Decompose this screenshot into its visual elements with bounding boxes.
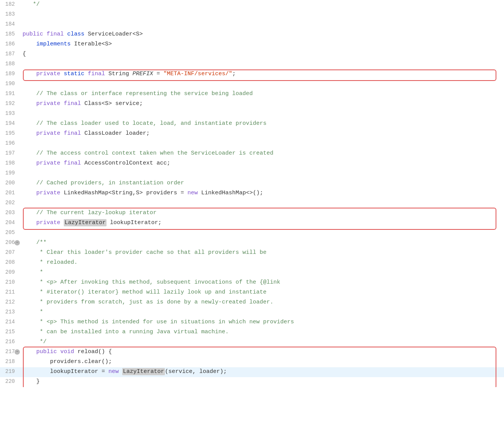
code-line: 210 * <p> After invoking this method, su… <box>0 278 504 288</box>
code-line: 183 <box>0 10 504 20</box>
line-number: 208 <box>0 258 21 266</box>
code-line: 182 */ <box>0 0 504 10</box>
line-content: * <box>21 308 504 317</box>
line-number: 182 <box>0 0 21 8</box>
line-number: 196 <box>0 139 21 147</box>
code-line: 194 // The class loader used to locate, … <box>0 119 504 129</box>
line-number: 204 <box>0 218 21 227</box>
line-content: * Clear this loader's provider cache so … <box>21 248 504 257</box>
line-content: * reloaded. <box>21 258 504 267</box>
code-line: 190 <box>0 79 504 89</box>
line-content: // Cached providers, in instantiation or… <box>21 179 504 188</box>
line-number: 203 <box>0 208 21 217</box>
code-line: 184 <box>0 20 504 30</box>
code-line: 196 <box>0 139 504 149</box>
code-line: 188 <box>0 60 504 69</box>
line-content <box>21 79 504 89</box>
code-line: 185public final class ServiceLoader<S> <box>0 30 504 40</box>
code-line: 197 // The access control context taken … <box>0 149 504 159</box>
line-number: 199 <box>0 169 21 177</box>
line-content: } <box>21 377 504 386</box>
line-content <box>21 169 504 178</box>
line-number: 190 <box>0 79 21 88</box>
line-number: 193 <box>0 109 21 118</box>
code-line: 204 private LazyIterator lookupIterator; <box>0 218 504 228</box>
line-content <box>21 228 504 237</box>
line-content: { <box>21 50 504 59</box>
line-number: 215 <box>0 328 21 336</box>
line-number: 212 <box>0 298 21 306</box>
code-line: 200 // Cached providers, in instantiatio… <box>0 179 504 189</box>
line-content: private final Class<S> service; <box>21 99 504 108</box>
line-content: private final ClassLoader loader; <box>21 129 504 138</box>
line-content: // The access control context taken when… <box>21 149 504 158</box>
code-line: 218 providers.clear(); <box>0 357 504 367</box>
line-content: * <p> After invoking this method, subseq… <box>21 278 504 287</box>
code-line: 186 implements Iterable<S> <box>0 40 504 50</box>
line-content: public final class ServiceLoader<S> <box>21 30 504 39</box>
line-content: */ <box>21 0 504 9</box>
line-number: 194 <box>0 119 21 128</box>
line-content: public void reload() { <box>21 347 504 357</box>
code-line: 220 } <box>0 377 504 387</box>
fold-icon[interactable]: − <box>15 240 20 245</box>
code-line: 207 * Clear this loader's provider cache… <box>0 248 504 258</box>
code-line: 203 // The current lazy-lookup iterator <box>0 208 504 218</box>
line-content: * #iterator() iterator} method will lazi… <box>21 288 504 297</box>
line-number: 213 <box>0 308 21 316</box>
line-number: 210 <box>0 278 21 286</box>
code-line: 193 <box>0 109 504 119</box>
code-line: −206 /** <box>0 238 504 248</box>
line-content: private LinkedHashMap<String,S> provider… <box>21 189 504 198</box>
line-content <box>21 60 504 69</box>
code-line: 202 <box>0 199 504 208</box>
line-content: lookupIterator = new LazyIterator(servic… <box>21 367 504 376</box>
code-line: 195 private final ClassLoader loader; <box>0 129 504 139</box>
line-number: 197 <box>0 149 21 157</box>
code-line: 219 lookupIterator = new LazyIterator(se… <box>0 367 504 377</box>
line-content: * can be installed into a running Java v… <box>21 328 504 337</box>
line-number: 205 <box>0 228 21 237</box>
code-line: 211 * #iterator() iterator} method will … <box>0 288 504 298</box>
line-number: 216 <box>0 337 21 346</box>
code-container: 182 */183 184 185public final class Serv… <box>0 0 504 387</box>
line-content <box>21 20 504 29</box>
line-content: * <box>21 268 504 277</box>
line-number: 207 <box>0 248 21 257</box>
line-number: 220 <box>0 377 21 386</box>
code-line: 208 * reloaded. <box>0 258 504 268</box>
line-content: * providers from scratch, just as is don… <box>21 298 504 307</box>
line-number: 184 <box>0 20 21 28</box>
line-number: 219 <box>0 367 21 376</box>
line-content: private LazyIterator lookupIterator; <box>21 218 504 228</box>
code-line: −217 public void reload() { <box>0 347 504 357</box>
line-content: * <p> This method is intended for use in… <box>21 318 504 327</box>
line-content <box>21 199 504 208</box>
code-line: 187{ <box>0 50 504 60</box>
line-number: 201 <box>0 189 21 197</box>
line-number: 188 <box>0 60 21 68</box>
line-content <box>21 109 504 118</box>
line-number: 202 <box>0 199 21 207</box>
line-content: /** <box>21 238 504 247</box>
line-number: 200 <box>0 179 21 187</box>
code-line: 215 * can be installed into a running Ja… <box>0 328 504 337</box>
code-line: 201 private LinkedHashMap<String,S> prov… <box>0 189 504 199</box>
line-content <box>21 139 504 148</box>
line-number: 183 <box>0 10 21 18</box>
code-line: 198 private final AccessControlContext a… <box>0 159 504 169</box>
line-content: implements Iterable<S> <box>21 40 504 49</box>
line-content: private static final String PREFIX = "ME… <box>21 69 504 79</box>
code-line: 209 * <box>0 268 504 278</box>
line-number: 185 <box>0 30 21 38</box>
code-line: 191 // The class or interface representi… <box>0 89 504 99</box>
line-content: // The class loader used to locate, load… <box>21 119 504 128</box>
fold-icon[interactable]: − <box>15 349 20 355</box>
line-number: 195 <box>0 129 21 137</box>
line-number: 214 <box>0 318 21 326</box>
code-line: 199 <box>0 169 504 179</box>
line-content: private final AccessControlContext acc; <box>21 159 504 168</box>
line-number: 189 <box>0 69 21 78</box>
code-line: 212 * providers from scratch, just as is… <box>0 298 504 308</box>
line-number: 198 <box>0 159 21 167</box>
